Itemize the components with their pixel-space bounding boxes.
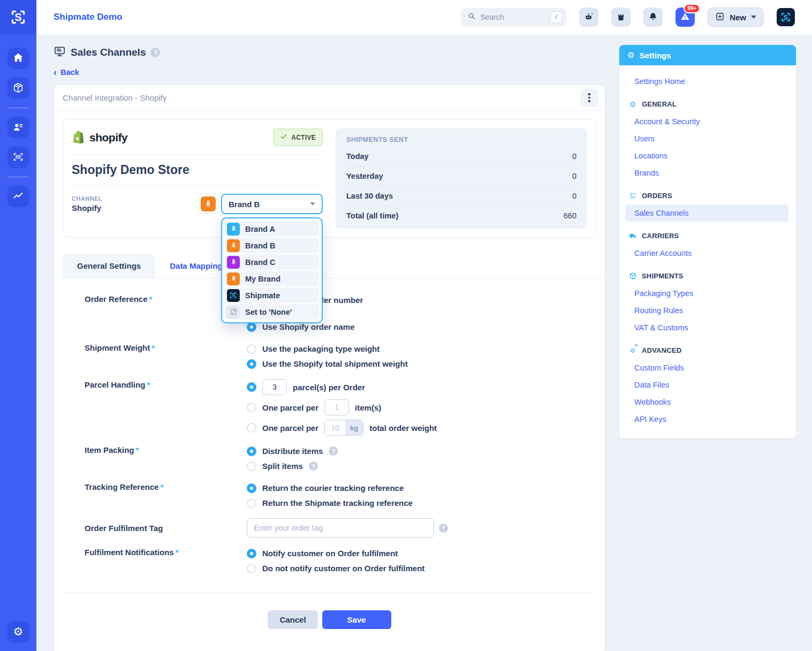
bell-icon <box>648 11 658 24</box>
channel-integration-card: Channel Integration - Shopify s shopify <box>54 85 605 651</box>
settings-link-packaging-types[interactable]: Packaging Types <box>619 285 796 302</box>
brand-option-brand-a[interactable]: Brand A <box>225 221 319 237</box>
weight-per-parcel-group: kg <box>324 420 363 436</box>
settings-link-sales-channels[interactable]: Sales Channels <box>625 205 788 222</box>
settings-link-vat-customs[interactable]: VAT & Customs <box>619 319 796 336</box>
settings-link-brands[interactable]: Brands <box>619 164 796 181</box>
settings-link-webhooks[interactable]: Webhooks <box>619 393 796 411</box>
settings-link-carrier-accounts[interactable]: Carrier Accounts <box>619 245 796 262</box>
shipments-row: Today 0 <box>346 147 576 166</box>
shipments-row: Yesterday 0 <box>346 166 576 186</box>
radio-parcels-per-order[interactable]: parcel(s) per Order <box>247 379 596 395</box>
sidebar-item-analytics[interactable] <box>7 186 29 207</box>
settings-section-carriers: CARRIERS <box>619 222 796 245</box>
parcels-per-order-input[interactable] <box>262 379 287 395</box>
settings-section-shipments: SHIPMENTS <box>619 262 796 285</box>
field-shipment-weight: Shipment Weight* Use the packaging type … <box>85 342 596 372</box>
page-title: Sales Channels <box>71 47 146 58</box>
brand-option-my-brand[interactable]: My Brand <box>225 271 319 286</box>
brand-option-brand-c[interactable]: Brand C <box>225 254 319 270</box>
shipments-sent-title: SHIPMENTS SENT <box>346 136 576 147</box>
settings-link-data-files[interactable]: Data Files <box>619 376 796 393</box>
search-shortcut-key: / <box>550 11 562 23</box>
radio-distribute-items[interactable]: Distribute items <box>247 444 596 458</box>
radio-one-parcel-per-weight[interactable]: One parcel per kg total order weight <box>247 420 596 436</box>
channel-value: Shopify <box>72 203 102 213</box>
shipments-row: Last 30 days 0 <box>346 186 576 206</box>
field-item-packing: Item Packing* Distribute items Split ite… <box>85 444 596 474</box>
weight-per-parcel-input[interactable] <box>325 420 345 435</box>
radio-packaging-type-weight[interactable]: Use the packaging type weight <box>247 342 596 355</box>
help-icon[interactable] <box>329 446 338 456</box>
shipmate-logo[interactable]: S <box>0 0 36 34</box>
sidebar-item-settings[interactable]: ⚙ <box>7 621 29 642</box>
help-icon[interactable] <box>309 461 318 471</box>
sidebar-item-scan[interactable] <box>7 147 29 168</box>
sidebar-nav <box>7 34 29 621</box>
sidebar: S ⚙ <box>0 0 36 651</box>
help-icon[interactable] <box>150 48 160 57</box>
search-box[interactable]: / <box>461 8 566 26</box>
brand-option-none[interactable]: Set to 'None' <box>225 304 319 320</box>
assistant-button[interactable] <box>579 7 598 27</box>
field-order-fulfilment-tag: Order Fulfilment Tag <box>85 518 596 538</box>
back-link[interactable]: Back <box>54 67 79 77</box>
settings-link-routing-rules[interactable]: Routing Rules <box>619 302 796 319</box>
cancel-button[interactable]: Cancel <box>268 610 317 629</box>
sidebar-item-home[interactable] <box>7 48 29 69</box>
radio-notify-customer[interactable]: Notify customer on Order fulfilment <box>247 547 596 560</box>
settings-link-home[interactable]: Settings Home <box>619 73 796 90</box>
account-avatar[interactable]: S <box>777 8 795 26</box>
gear-icon: ⚙ <box>13 626 24 638</box>
settings-link-api-keys[interactable]: API Keys <box>619 411 796 428</box>
help-icon[interactable] <box>439 524 448 533</box>
shipmate-logo-icon: S <box>227 289 240 302</box>
search-icon <box>467 12 476 22</box>
notifications-button[interactable] <box>643 7 663 27</box>
alerts-button[interactable]: 99+ <box>676 7 695 27</box>
barcode-scan-icon <box>12 151 24 164</box>
brand-icon-preview <box>198 194 218 214</box>
save-button[interactable]: Save <box>322 610 391 629</box>
sidebar-item-shipments[interactable] <box>7 78 29 99</box>
brand-select[interactable]: Brand B <box>221 194 323 214</box>
settings-link-account-security[interactable]: Account & Security <box>619 113 796 130</box>
new-button[interactable]: New <box>708 7 764 27</box>
radio-do-not-notify-customer[interactable]: Do not notify customer on Order fulfilme… <box>247 562 596 575</box>
radio-shopify-total-shipment-weight[interactable]: Use the Shopify total shipment weight <box>247 357 596 370</box>
shipmate-avatar-icon: S <box>780 11 792 23</box>
radio-courier-tracking-reference[interactable]: Return the courier tracking reference <box>247 481 596 495</box>
topbar: Shipmate Demo / 99+ New <box>36 0 812 34</box>
settings-link-users[interactable]: Users <box>619 130 796 147</box>
settings-link-locations[interactable]: Locations <box>619 147 796 164</box>
brand-option-shipmate[interactable]: S Shipmate <box>225 287 319 303</box>
items-per-parcel-input[interactable] <box>324 399 349 415</box>
radio-one-parcel-per-items[interactable]: One parcel per item(s) <box>247 399 596 415</box>
settings-section-general: ⚙ GENERAL <box>619 90 796 113</box>
tab-general-settings[interactable]: General Settings <box>63 254 155 278</box>
app-root: S ⚙ <box>0 0 812 651</box>
settings-form: Order Reference* Use Shopify order numbe… <box>54 278 605 577</box>
sidebar-item-contacts[interactable] <box>7 117 29 138</box>
settings-link-custom-fields[interactable]: Custom Fields <box>619 359 796 376</box>
app-title: Shipmate Demo <box>54 12 448 22</box>
orders-button[interactable] <box>611 7 631 27</box>
field-parcel-handling: Parcel Handling* parcel(s) per Order One… <box>85 379 596 437</box>
card-menu-button[interactable] <box>580 89 598 107</box>
radio-split-items[interactable]: Split items <box>247 459 596 473</box>
contacts-icon <box>12 121 24 134</box>
package-icon <box>12 82 24 95</box>
sidebar-divider <box>7 177 29 177</box>
brand-option-brand-b[interactable]: Brand B <box>225 238 319 253</box>
analytics-icon <box>12 190 24 203</box>
rocket-icon <box>227 272 240 285</box>
search-input[interactable] <box>480 13 546 21</box>
alerts-badge: 99+ <box>684 4 700 13</box>
order-tag-input[interactable] <box>247 518 434 538</box>
settings-nav-header: ⚙ Settings <box>619 45 796 65</box>
shopping-bag-icon <box>616 11 626 24</box>
settings-section-advanced: ⚙⚙ ADVANCED <box>619 336 796 359</box>
radio-shipmate-tracking-reference[interactable]: Return the Shipmate tracking reference <box>247 496 596 510</box>
field-fulfilment-notifications: Fulfilment Notifications* Notify custome… <box>85 547 596 577</box>
package-icon <box>628 272 637 280</box>
